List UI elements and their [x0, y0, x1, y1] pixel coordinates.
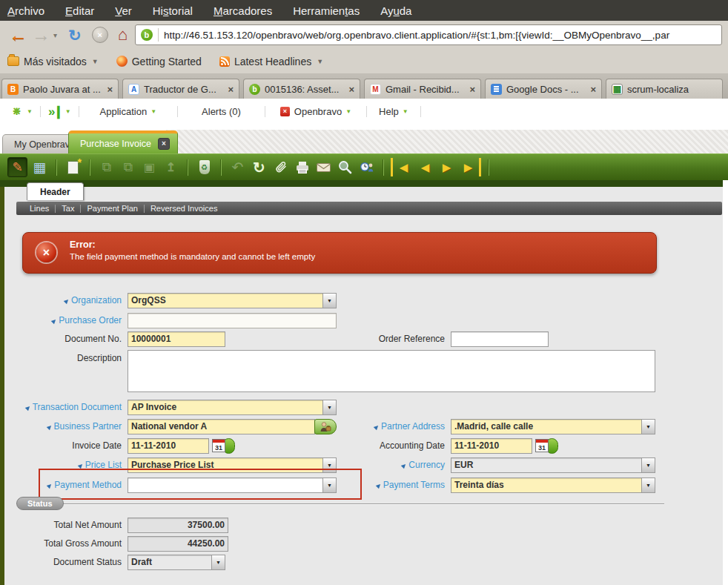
- browser-tab-gmail[interactable]: M Gmail - Recibid... ×: [364, 79, 481, 99]
- link-icon[interactable]: [64, 298, 70, 304]
- grid-view-icon[interactable]: [30, 158, 49, 176]
- browser-menubar: Archivo Editar Ver Historial Marcadores …: [0, 0, 728, 21]
- browser-tab-blogger[interactable]: B Paolo Juvara at ... ×: [1, 79, 119, 99]
- workspace-menu-button[interactable]: ▼: [10, 105, 33, 118]
- currency-select[interactable]: EUR: [451, 457, 655, 473]
- bookmark-latest-headlines[interactable]: Latest Headlines ▼: [219, 56, 323, 67]
- link-icon[interactable]: [77, 463, 83, 469]
- dropdown-arrow-icon[interactable]: [322, 400, 336, 414]
- link-icon[interactable]: [46, 424, 52, 430]
- dropdown-arrow-icon[interactable]: [641, 420, 655, 434]
- search-icon[interactable]: [336, 158, 354, 176]
- alerts-button[interactable]: Alerts (0): [185, 106, 257, 117]
- menu-herramientas[interactable]: Herramientas: [293, 4, 360, 17]
- subtab-payment-plan[interactable]: Payment Plan: [81, 204, 143, 213]
- history-dropdown-icon[interactable]: ▾: [53, 31, 57, 39]
- close-icon[interactable]: ×: [348, 84, 354, 95]
- description-input[interactable]: [128, 350, 655, 392]
- browser-tab-issue[interactable]: b 0015136: Asset... ×: [243, 79, 360, 99]
- email-icon[interactable]: [314, 158, 333, 176]
- partner-address-select[interactable]: .Madrid, calle calle: [451, 419, 655, 434]
- link-icon[interactable]: [47, 483, 53, 489]
- menu-editar[interactable]: Editar: [65, 4, 94, 17]
- record-toolbar: [0, 153, 728, 180]
- home-icon[interactable]: ⌂: [118, 25, 128, 44]
- url-bar[interactable]: b http://46.51.153.120/openbravo/web/org…: [135, 24, 722, 45]
- order-reference-input[interactable]: [451, 331, 549, 347]
- row-transaction-document: Transaction Document AP Invoice: [18, 399, 655, 417]
- subtab-tax[interactable]: Tax: [56, 204, 80, 213]
- browser-tab-spreadsheet[interactable]: scrum-localiza: [606, 79, 723, 99]
- form-view-icon[interactable]: [7, 157, 27, 177]
- accounting-date-input[interactable]: 11-11-2010: [451, 438, 532, 454]
- quick-launch-button[interactable]: ▼: [48, 105, 71, 118]
- dropdown-arrow-icon[interactable]: [322, 478, 336, 492]
- page-right-margin: [723, 180, 728, 585]
- link-icon[interactable]: [374, 424, 380, 430]
- close-icon[interactable]: ×: [228, 84, 234, 95]
- bookmark-getting-started[interactable]: Getting Started: [116, 56, 202, 67]
- stop-icon[interactable]: ×: [92, 27, 108, 43]
- payment-method-select[interactable]: [128, 477, 337, 493]
- dropdown-arrow-icon[interactable]: [641, 458, 655, 472]
- reload-icon[interactable]: ↻: [68, 27, 82, 43]
- browser-tab-translator[interactable]: A Traductor de G... ×: [122, 79, 239, 99]
- subtab-lines[interactable]: Lines: [24, 204, 55, 213]
- toolbar-divider: [383, 159, 384, 176]
- url-text[interactable]: http://46.51.153.120/openbravo/web/org.o…: [164, 30, 669, 41]
- close-icon[interactable]: ×: [469, 84, 475, 95]
- first-record-icon[interactable]: [391, 158, 413, 176]
- next-record-icon[interactable]: [437, 158, 456, 176]
- subtab-reversed-invoices[interactable]: Reversed Invoices: [145, 204, 224, 213]
- organization-select[interactable]: OrgQSS: [128, 293, 337, 308]
- close-icon[interactable]: ×: [590, 84, 596, 95]
- organization-label: Organization: [18, 295, 122, 305]
- tab-purchase-invoice[interactable]: Purchase Invoice: [68, 130, 178, 153]
- menu-historial[interactable]: Historial: [153, 4, 193, 17]
- link-icon[interactable]: [24, 405, 30, 411]
- last-record-icon[interactable]: [459, 158, 481, 176]
- browser-tab-docs[interactable]: Google Docs - ... ×: [485, 79, 602, 99]
- previous-record-icon[interactable]: [416, 158, 434, 176]
- calendar-icon[interactable]: 31: [535, 438, 558, 454]
- attachment-icon[interactable]: [271, 158, 290, 176]
- transaction-document-select[interactable]: AP Invoice: [128, 400, 337, 415]
- business-partner-input[interactable]: National vendor A: [128, 419, 315, 434]
- tab-header[interactable]: Header: [27, 182, 84, 200]
- dropdown-arrow-icon[interactable]: [322, 294, 336, 308]
- folder-icon: [7, 56, 19, 66]
- link-icon[interactable]: [401, 463, 407, 469]
- refresh-icon[interactable]: [250, 158, 268, 176]
- document-no-input[interactable]: 10000001: [128, 331, 225, 347]
- company-menu[interactable]: Openbravo ▼: [273, 106, 359, 117]
- dropdown-arrow-icon[interactable]: [641, 478, 655, 492]
- close-icon[interactable]: [158, 138, 170, 150]
- status-section-label[interactable]: Status: [16, 497, 64, 510]
- application-menu[interactable]: Application ▼: [87, 106, 171, 117]
- print-icon[interactable]: [293, 158, 311, 176]
- payment-terms-select[interactable]: Treinta días: [451, 477, 655, 493]
- invoice-date-input[interactable]: 11-11-2010: [128, 438, 209, 454]
- google-docs-icon: [491, 84, 502, 95]
- bookmark-most-visited[interactable]: Más visitados ▼: [7, 56, 99, 67]
- undo-changes-icon: [162, 158, 180, 176]
- menu-archivo[interactable]: Archivo: [7, 4, 44, 17]
- new-record-icon[interactable]: [64, 158, 82, 176]
- payment-terms-label: Payment Terms: [337, 480, 445, 490]
- help-menu[interactable]: Help ▼: [374, 106, 413, 117]
- delete-icon[interactable]: [195, 158, 214, 176]
- business-partner-picker-button[interactable]: [314, 419, 337, 434]
- menu-marcadores[interactable]: Marcadores: [214, 4, 272, 17]
- dropdown-arrow-icon[interactable]: [211, 555, 225, 569]
- link-icon[interactable]: [376, 483, 382, 489]
- document-status-select[interactable]: Draft: [128, 555, 225, 570]
- menu-ayuda[interactable]: Ayuda: [380, 4, 411, 17]
- forward-icon[interactable]: →: [32, 26, 50, 44]
- purchase-order-input[interactable]: [128, 313, 337, 328]
- calendar-icon[interactable]: 31: [212, 438, 235, 454]
- close-icon[interactable]: ×: [107, 84, 113, 95]
- back-icon[interactable]: ←: [9, 26, 27, 44]
- link-icon[interactable]: [51, 318, 57, 324]
- audit-trail-icon[interactable]: [357, 158, 376, 176]
- menu-ver[interactable]: Ver: [115, 4, 132, 17]
